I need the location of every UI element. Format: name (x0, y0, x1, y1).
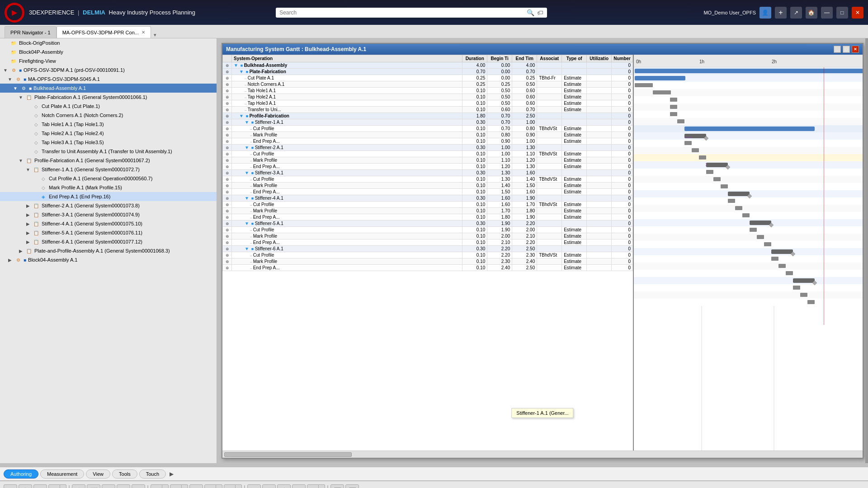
play-dropdown-arrow[interactable]: ▼ (319, 484, 325, 488)
row-control[interactable]: ⊕ (223, 176, 232, 183)
measure-button[interactable]: 📏 (204, 484, 216, 488)
copy-button[interactable]: 📋 (19, 484, 32, 488)
table-row[interactable]: ⊕ – Cut Profile 0.10 1.60 1.70 TBhdVSt E… (223, 202, 633, 208)
tab-view[interactable]: View (86, 469, 110, 479)
tree-item-plate-fab[interactable]: ▼ 📋 Plate-Fabrication A.1 (General Syste… (0, 93, 217, 102)
table-row[interactable]: ⊕ ▼ ■ Profile-Fabrication 1.80 0.70 2.50… (223, 113, 633, 119)
row-control[interactable]: ⊕ (223, 252, 232, 258)
gantt-restore-button[interactable]: □ (843, 46, 850, 53)
tree-item-block04p[interactable]: 📁 Block04P-Assembly (0, 47, 217, 56)
row-control[interactable]: ⊕ (223, 227, 232, 233)
tree-item-stiffener5[interactable]: ▶ 📋 Stiffener-5 A.1 (General System00001… (0, 228, 217, 237)
table-row[interactable]: ⊕ – Transfer to Uni... 0.10 0.60 0.70 Es… (223, 107, 633, 113)
tab-ma[interactable]: MA-OPFS-OSV-3DPM-PPR Con... ✕ (57, 26, 151, 38)
tree-item-notch[interactable]: ◇ Notch Corners A.1 (Notch Corners.2) (0, 111, 217, 120)
table-row[interactable]: ⊕ ▼ ■ Stiffener-6 A.1 0.30 2.20 2.50 0 (223, 246, 633, 252)
row-control[interactable]: ⊕ (223, 69, 232, 75)
tab-authoring[interactable]: Authoring (4, 469, 38, 479)
row-name[interactable]: – Tab Hole1 A.1 (232, 88, 462, 94)
row-name[interactable]: ▼ ■ Stiffener-5 A.1 (232, 221, 462, 227)
bar-chart-button[interactable]: 📈 (262, 484, 276, 488)
tree-item-tap-hole2[interactable]: ◇ Tap Hole2 A.1 (Tap Hole2.4) (0, 129, 217, 138)
navigate-button[interactable]: ↔ (189, 484, 203, 488)
tree-item-opfs[interactable]: ▼ ⚙ ■ OPFS-OSV-3DPM A.1 (prd-OSV-0001009… (0, 66, 217, 75)
row-control[interactable]: ⊕ (223, 202, 232, 208)
minimize-button[interactable]: — (821, 7, 833, 19)
table-row[interactable]: ⊕ – Mark Profile 0.10 1.10 1.20 Estimate… (223, 157, 633, 164)
table-row[interactable]: ⊕ – Cut Profile 0.10 2.20 2.30 TBhdVSt E… (223, 252, 633, 258)
tree-item-stiffener1[interactable]: ▼ 📋 Stiffener-1 A.1 (General System00001… (0, 165, 217, 174)
table-row[interactable]: ⊕ ▼ ■ Stiffener-3 A.1 0.30 1.30 1.60 0 (223, 170, 633, 176)
row-control[interactable]: ⊕ (223, 183, 232, 189)
table-row[interactable]: ⊕ – Cut Profile 0.10 1.30 1.40 TBhdVSt E… (223, 176, 633, 183)
user-avatar[interactable]: 👤 (760, 7, 771, 19)
col-header-util[interactable]: Utilizatio (587, 55, 612, 62)
select-button[interactable]: 📐 (151, 484, 162, 488)
row-name[interactable]: – Mark Profile (232, 183, 462, 189)
layout1-button[interactable]: ⬛ (330, 484, 344, 488)
home-button[interactable]: 🏠 (806, 7, 817, 19)
row-name[interactable]: ▼ ■ Profile-Fabrication (232, 113, 462, 119)
row-control[interactable]: ⊕ (223, 119, 232, 126)
gantt-close-button[interactable]: ✕ (852, 46, 859, 53)
play-button[interactable]: ▶ (307, 484, 319, 488)
row-name[interactable]: – Cut Profile (232, 126, 462, 132)
snap-button[interactable]: 🔍 (170, 484, 182, 488)
table-row[interactable]: ⊕ – End Prep A... 0.10 0.90 1.00 Estimat… (223, 138, 633, 145)
tree-item-plate-profile[interactable]: ▶ 📋 Plate-and-Profile-Assembly A.1 (Gene… (0, 246, 217, 255)
table-row[interactable]: ⊕ – Mark Profile 0.10 2.30 2.40 Estimate… (223, 258, 633, 265)
row-control[interactable]: ⊕ (223, 138, 232, 145)
row-name[interactable]: ▼ ■ Stiffener-3 A.1 (232, 170, 462, 176)
import-button[interactable]: 📦 (72, 484, 85, 488)
row-name[interactable]: – Mark Profile (232, 157, 462, 164)
col-header-assoc[interactable]: Associat (537, 55, 562, 62)
tab-ppr[interactable]: PPR Navigator - 1 (5, 26, 57, 38)
row-name[interactable]: – Mark Profile (232, 132, 462, 138)
table-row[interactable]: ⊕ – End Prep A... 0.10 1.50 1.60 Estimat… (223, 189, 633, 195)
row-control[interactable]: ⊕ (223, 170, 232, 176)
tree-item-profile-fab[interactable]: ▼ 📋 Profile-Fabrication A.1 (General Sys… (0, 156, 217, 165)
col-header-type[interactable]: Type of (562, 55, 587, 62)
row-name[interactable]: – Mark Profile (232, 258, 462, 265)
row-control[interactable]: ⊕ (223, 214, 232, 221)
tab-tools[interactable]: Tools (112, 469, 137, 479)
table-row[interactable]: ⊕ ▼ ■ Stiffener-1 A.1 0.30 0.70 1.00 0 (223, 119, 633, 126)
tree-item-bulkhead[interactable]: ▼ ⚙ ■ Bulkhead-Assembly A.1 (0, 84, 217, 93)
row-name[interactable]: – Mark Profile (232, 208, 462, 214)
tab-measurement[interactable]: Measurement (40, 469, 84, 479)
row-name[interactable]: ▼ ■ Plate-Fabrication (232, 69, 462, 75)
tree-item-stiffener3[interactable]: ▶ 📋 Stiffener-3 A.1 (General System00001… (0, 210, 217, 219)
right-splitter[interactable] (865, 38, 868, 463)
upload-button[interactable]: ⬆ (102, 484, 115, 488)
tree-item-ma-opfs[interactable]: ▼ ⚙ ■ MA-OPFS-OSV-3DPM-S045 A.1 (0, 75, 217, 84)
tree-item-mark-profile1[interactable]: ◇ Mark Profile A.1 (Mark Profile.15) (0, 183, 217, 192)
row-control[interactable]: ⊕ (223, 132, 232, 138)
tree-item-tap-hole3[interactable]: ◇ Tap Hole3 A.1 (Tap Hole3.5) (0, 138, 217, 147)
add-button[interactable]: + (775, 7, 787, 19)
list-button[interactable]: 📋 (277, 484, 291, 488)
table-row[interactable]: ⊕ – Cut Profile 0.10 0.70 0.80 TBhdVSt E… (223, 126, 633, 132)
row-control[interactable]: ⊕ (223, 151, 232, 157)
row-control[interactable]: ⊕ (223, 81, 232, 88)
table-row[interactable]: ⊕ – Mark Profile 0.10 2.00 2.10 Estimate… (223, 233, 633, 239)
row-name[interactable]: – End Prep A... (232, 214, 462, 221)
table-row[interactable]: ⊕ – Cut Plate A.1 0.25 0.00 0.25 TBhd-Fr… (223, 75, 633, 81)
row-control[interactable]: ⊕ (223, 195, 232, 202)
tree-item-block-orig[interactable]: 📁 Block-OrigPosition (0, 38, 217, 47)
camera-button[interactable]: 📷 (292, 484, 306, 488)
tab-close-icon[interactable]: ✕ (142, 30, 145, 35)
row-control[interactable]: ⊕ (223, 126, 232, 132)
row-control[interactable]: ⊕ (223, 265, 232, 271)
tree-item-firefighting[interactable]: 📁 Firefighting-View (0, 56, 217, 66)
row-name[interactable]: – Cut Profile (232, 227, 462, 233)
chart-button[interactable]: 📊 (117, 484, 130, 488)
row-name[interactable]: – Cut Profile (232, 202, 462, 208)
col-header-duration[interactable]: Duration (462, 55, 487, 62)
row-name[interactable]: – Cut Profile (232, 151, 462, 157)
gantt-view-button[interactable]: 📊 (247, 484, 261, 488)
row-control[interactable]: ⊕ (223, 189, 232, 195)
robot-button[interactable]: 🔩 (224, 484, 236, 488)
col-header-end[interactable]: End Tim (512, 55, 537, 62)
row-control[interactable]: ⊕ (223, 113, 232, 119)
table-row[interactable]: ⊕ – End Prep A... 0.10 2.40 2.50 Estimat… (223, 265, 633, 271)
